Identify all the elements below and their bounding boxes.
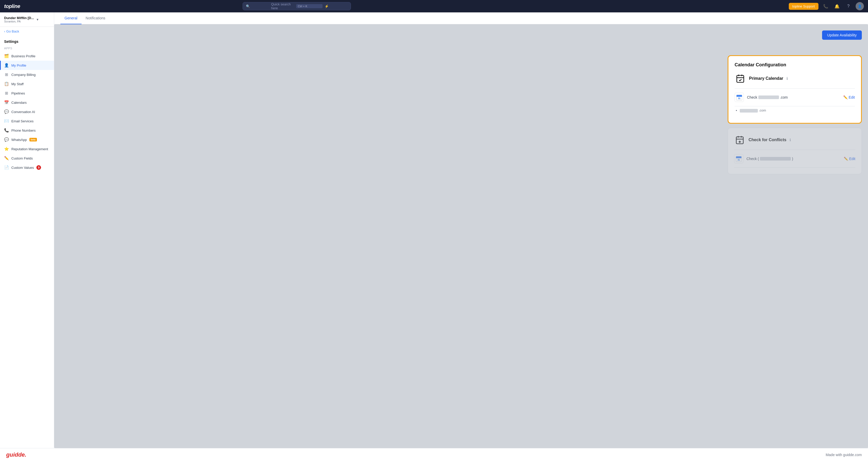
search-placeholder: Quick search here: [271, 2, 294, 10]
content-area: Update Availability Calendar Configurati…: [54, 24, 868, 448]
go-back-arrow-icon: ‹: [4, 29, 5, 33]
document-icon: 📄: [4, 165, 9, 170]
sidebar-item-label: My Profile: [11, 63, 26, 67]
sidebar-item-custom-values[interactable]: 📄 Custom Values 9: [0, 163, 54, 172]
sidebar-item-label: Custom Fields: [11, 156, 33, 160]
support-button[interactable]: topline Support: [789, 3, 818, 10]
chevron-down-icon: ▼: [36, 18, 39, 22]
sidebar-item-label: My Staff: [11, 82, 24, 86]
bell-icon[interactable]: 🔔: [833, 2, 841, 10]
svg-rect-0: [737, 75, 744, 82]
update-availability-button[interactable]: Update Availability: [822, 30, 862, 40]
sidebar-item-my-staff[interactable]: 📋 My Staff: [0, 79, 54, 89]
primary-calendar-edit-link[interactable]: ✏️ Edit: [843, 95, 855, 99]
calendar-account-email: Check .com: [747, 95, 840, 99]
sidebar-item-company-billing[interactable]: ⊞ Company Billing: [0, 70, 54, 79]
calendar-bullet-list: .com: [735, 109, 855, 113]
sidebar: Dunder Mifflin [D... Scranton, PA ▼ ‹ Go…: [0, 12, 54, 448]
calendar-config-title: Calendar Configuration: [735, 62, 855, 68]
person-icon: 👤: [4, 63, 9, 68]
clipboard-icon: 📋: [4, 82, 9, 86]
beta-badge: beta: [29, 138, 37, 142]
pipeline-icon: ⊞: [4, 91, 9, 95]
main-layout: Dunder Mifflin [D... Scranton, PA ▼ ‹ Go…: [0, 12, 868, 448]
grid-icon: ⊞: [4, 72, 9, 77]
sidebar-item-calendars[interactable]: 📅 Calendars: [0, 98, 54, 107]
sidebar-item-label: Company Billing: [11, 73, 36, 76]
google-calendar-icon: 31: [735, 93, 744, 102]
help-icon[interactable]: ?: [844, 2, 852, 10]
search-icon: 🔍: [246, 4, 269, 8]
workspace-name: Dunder Mifflin [D...: [4, 16, 34, 20]
topnav-right: topline Support 📞 🔔 ? 👤: [789, 2, 864, 10]
workspace-selector[interactable]: Dunder Mifflin [D... Scranton, PA ▼: [4, 16, 50, 23]
bullet-email-blurred: [740, 109, 758, 113]
sidebar-item-whatsapp[interactable]: 💬 WhatsApp beta: [0, 135, 54, 144]
sidebar-item-my-profile[interactable]: 👤 My Profile: [0, 61, 54, 70]
edit-icon: ✏️: [4, 156, 9, 160]
calendar-config-card: Calendar Configuration: [727, 55, 862, 124]
sidebar-item-reputation-management[interactable]: ⭐ Reputation Management: [0, 144, 54, 154]
chat-icon: 💬: [4, 110, 9, 114]
app-logo: topline: [4, 3, 20, 9]
email-suffix: .com: [780, 95, 788, 99]
avatar-initials: 👤: [858, 4, 862, 8]
settings-title: Settings: [0, 36, 54, 45]
search-shortcut: Ctrl + K: [296, 4, 322, 8]
svg-text:31: 31: [738, 97, 741, 100]
count-badge: 9: [36, 165, 41, 170]
tab-general[interactable]: General: [60, 12, 82, 24]
info-icon[interactable]: ℹ: [786, 76, 788, 81]
svg-rect-6: [737, 96, 742, 97]
check-prefix: Check: [747, 95, 757, 99]
edit-label: Edit: [849, 95, 855, 99]
primary-calendar-header: Primary Calendar ℹ: [735, 73, 855, 89]
sidebar-item-label: Custom Values: [11, 166, 34, 170]
sidebar-header: Dunder Mifflin [D... Scranton, PA ▼: [0, 12, 54, 27]
briefcase-icon: 🗂️: [4, 54, 9, 58]
whatsapp-icon: 💬: [4, 137, 9, 142]
calendar-check-icon: [735, 73, 746, 84]
avatar[interactable]: 👤: [856, 2, 864, 10]
email-icon: ✉️: [4, 119, 9, 123]
sidebar-item-custom-fields[interactable]: ✏️ Custom Fields: [0, 154, 54, 163]
search-bar[interactable]: 🔍 Quick search here Ctrl + K ⚡: [243, 2, 351, 10]
guidde-logo: guidde.: [6, 452, 26, 458]
sidebar-item-email-services[interactable]: ✉️ Email Services: [0, 116, 54, 126]
phone-icon: 📞: [4, 128, 9, 133]
primary-calendar-section: Primary Calendar ℹ 31: [735, 73, 855, 113]
sidebar-item-label: Reputation Management: [11, 147, 48, 151]
primary-calendar-label: Primary Calendar: [749, 76, 783, 81]
go-back-link[interactable]: ‹ Go Back: [0, 27, 54, 36]
tabs-bar: General Notifications: [54, 12, 868, 24]
top-navigation: topline 🔍 Quick search here Ctrl + K ⚡ t…: [0, 0, 868, 12]
main-content: General Notifications Update Availabilit…: [54, 12, 868, 448]
sidebar-item-label: Pipelines: [11, 91, 25, 95]
star-icon: ⭐: [4, 147, 9, 151]
guidde-credit: Made with guidde.com: [826, 453, 862, 457]
edit-icon: ✏️: [843, 95, 848, 99]
bullet-suffix: .com: [759, 109, 766, 112]
workspace-sub: Scranton, PA: [4, 20, 34, 23]
apps-label: Apps: [0, 45, 54, 51]
primary-calendar-account-row: 31 Check .com ✏️ Edit: [735, 89, 855, 106]
calendar-icon: 📅: [4, 100, 9, 105]
sidebar-item-label: Phone Numbers: [11, 128, 36, 132]
sidebar-item-pipelines[interactable]: ⊞ Pipelines: [0, 89, 54, 98]
sidebar-item-label: Email Services: [11, 119, 34, 123]
sidebar-item-label: WhatsApp: [11, 138, 27, 142]
sidebar-item-label: Business Profile: [11, 54, 35, 58]
guidde-footer: guidde. Made with guidde.com: [0, 448, 868, 461]
sidebar-item-phone-numbers[interactable]: 📞 Phone Numbers: [0, 126, 54, 135]
sidebar-item-business-profile[interactable]: 🗂️ Business Profile: [0, 51, 54, 61]
calendar-account-info: Check .com: [747, 95, 840, 99]
lightning-icon: ⚡: [324, 4, 348, 8]
tab-notifications[interactable]: Notifications: [82, 12, 110, 24]
bullet-item: .com: [740, 109, 855, 113]
sidebar-item-label: Calendars: [11, 101, 27, 104]
sidebar-item-label: Conversation AI: [11, 110, 35, 114]
phone-icon[interactable]: 📞: [822, 2, 830, 10]
sidebar-item-conversation-ai[interactable]: 💬 Conversation AI: [0, 107, 54, 116]
email-blurred: [758, 95, 779, 99]
